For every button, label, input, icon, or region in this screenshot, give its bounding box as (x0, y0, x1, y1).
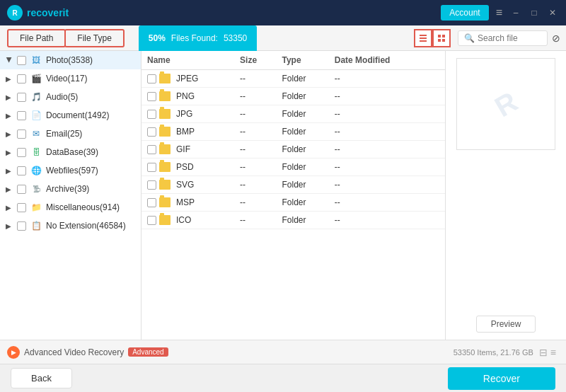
files-found-count: 53350 (224, 33, 247, 43)
table-row[interactable]: PSD -- Folder -- (142, 158, 445, 176)
view-list-button[interactable] (414, 29, 432, 47)
file-type: Folder (277, 141, 329, 158)
sidebar-item-archive[interactable]: ▶ 🗜 Archive(39) (0, 180, 141, 198)
file-date: -- (329, 176, 429, 194)
checkbox-email[interactable] (17, 129, 26, 139)
filter-icon[interactable]: ⊘ (552, 33, 560, 44)
recover-button[interactable]: Recover (448, 367, 555, 390)
arrow-icon: ▶ (6, 93, 13, 101)
miscellaneous-icon: 📁 (30, 202, 42, 213)
view-toggle (414, 29, 451, 47)
checkbox-photo[interactable] (17, 56, 26, 65)
row-checkbox[interactable] (147, 92, 156, 101)
checkbox-webfiles[interactable] (17, 166, 26, 175)
file-extra (428, 88, 445, 105)
sidebar-item-email[interactable]: ▶ ✉ Email(25) (0, 125, 141, 143)
row-checkbox[interactable] (147, 163, 156, 172)
menu-icon[interactable]: ≡ (496, 6, 502, 19)
table-row[interactable]: BMP -- Folder -- (142, 123, 445, 141)
folder-icon (159, 74, 171, 83)
row-checkbox[interactable] (147, 74, 156, 83)
maximize-button[interactable]: □ (528, 6, 541, 19)
folder-icon (159, 127, 171, 137)
sidebar-item-database[interactable]: ▶ 🗄 DataBase(39) (0, 143, 141, 161)
bottom-grid-icon[interactable]: ≡ (550, 347, 556, 358)
svg-rect-3 (438, 35, 441, 38)
sidebar-item-no-extension[interactable]: ▶ 📋 No Extension(46584) (0, 217, 141, 235)
sidebar-item-document[interactable]: ▶ 📄 Document(1492) (0, 106, 141, 125)
file-date: -- (329, 123, 429, 141)
table-row[interactable]: JPEG -- Folder -- (142, 70, 445, 88)
sidebar-label-photo: Photo(3538) (46, 55, 135, 65)
checkbox-miscellaneous[interactable] (17, 203, 26, 212)
minimize-button[interactable]: – (509, 6, 522, 19)
checkbox-video[interactable] (17, 74, 26, 83)
sidebar-item-miscellaneous[interactable]: ▶ 📁 Miscellaneous(914) (0, 198, 141, 217)
arrow-icon: ▶ (6, 167, 13, 175)
action-bar: Back Recover (0, 364, 566, 392)
table-row[interactable]: JPG -- Folder -- (142, 105, 445, 123)
row-checkbox[interactable] (147, 198, 156, 207)
file-name-cell: GIF (142, 141, 234, 158)
advanced-video-label: Advanced Video Recovery (24, 347, 124, 357)
folder-icon (159, 91, 171, 101)
sidebar-item-photo[interactable]: ▶ 🖼 Photo(3538) (0, 51, 141, 69)
folder-icon (159, 109, 171, 119)
checkbox-database[interactable] (17, 148, 26, 157)
table-row[interactable]: GIF -- Folder -- (142, 141, 445, 158)
row-checkbox[interactable] (147, 127, 156, 137)
file-table: Name Size Type Date Modified JPEG -- Fol… (142, 51, 445, 229)
file-name-cell: JPG (142, 105, 234, 123)
search-bar: 🔍 (458, 30, 548, 46)
tab-file-type[interactable]: File Type (64, 29, 124, 47)
svg-rect-2 (420, 40, 427, 42)
sidebar-item-video[interactable]: ▶ 🎬 Video(117) (0, 69, 141, 88)
file-name: BMP (176, 127, 195, 137)
view-grid-button[interactable] (432, 29, 451, 47)
close-button[interactable]: ✕ (546, 6, 559, 19)
sidebar-label-video: Video(117) (46, 74, 135, 83)
file-name: MSP (176, 197, 195, 207)
table-row[interactable]: PNG -- Folder -- (142, 88, 445, 105)
table-row[interactable]: MSP -- Folder -- (142, 194, 445, 212)
file-type: Folder (277, 123, 329, 141)
checkbox-document[interactable] (17, 111, 26, 120)
back-button[interactable]: Back (11, 368, 72, 388)
sidebar: ▶ 🖼 Photo(3538) ▶ 🎬 Video(117) ▶ 🎵 Audio… (0, 51, 142, 340)
svg-rect-4 (442, 35, 445, 38)
tab-file-path[interactable]: File Path (7, 29, 66, 47)
file-date: -- (329, 158, 429, 176)
logo-icon: R (7, 5, 23, 21)
sidebar-label-email: Email(25) (46, 129, 135, 139)
table-row[interactable]: ICO -- Folder -- (142, 212, 445, 229)
window-controls: – □ ✕ (509, 6, 559, 19)
row-checkbox[interactable] (147, 216, 156, 225)
account-button[interactable]: Account (441, 5, 488, 21)
checkbox-audio[interactable] (17, 93, 26, 102)
preview-button[interactable]: Preview (476, 316, 536, 333)
file-size: -- (234, 194, 276, 212)
col-date: Date Modified (329, 51, 429, 70)
file-type: Folder (277, 158, 329, 176)
file-size: -- (234, 176, 276, 194)
row-checkbox[interactable] (147, 110, 156, 119)
file-name: GIF (176, 144, 190, 154)
sidebar-item-webfiles[interactable]: ▶ 🌐 Webfiles(597) (0, 161, 141, 180)
bottom-view-icons: ⊟ ≡ (539, 347, 556, 358)
sidebar-label-document: Document(1492) (46, 110, 135, 120)
search-input[interactable] (478, 33, 541, 43)
col-type: Type (277, 51, 329, 70)
file-type: Folder (277, 105, 329, 123)
checkbox-archive[interactable] (17, 185, 26, 194)
row-checkbox[interactable] (147, 145, 156, 154)
row-checkbox[interactable] (147, 180, 156, 190)
arrow-icon: ▶ (6, 112, 13, 120)
main-content: ▶ 🖼 Photo(3538) ▶ 🎬 Video(117) ▶ 🎵 Audio… (0, 51, 566, 340)
sidebar-item-audio[interactable]: ▶ 🎵 Audio(5) (0, 88, 141, 106)
file-name-cell: BMP (142, 123, 234, 141)
email-icon: ✉ (30, 128, 42, 139)
table-row[interactable]: SVG -- Folder -- (142, 176, 445, 194)
bottom-list-icon[interactable]: ⊟ (539, 347, 548, 358)
file-name-cell: SVG (142, 176, 234, 194)
checkbox-no-extension[interactable] (17, 221, 26, 231)
